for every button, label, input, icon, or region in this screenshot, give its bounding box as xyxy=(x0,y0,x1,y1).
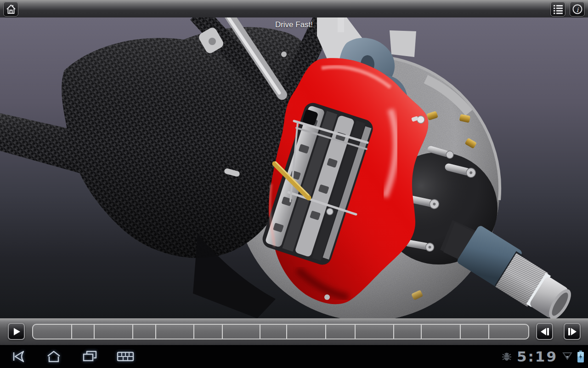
step-forward-button[interactable] xyxy=(564,323,581,340)
info-button[interactable]: i xyxy=(570,1,585,17)
battery-charging-icon xyxy=(577,350,584,363)
adb-debug-icon xyxy=(501,351,512,362)
nav-buttons xyxy=(0,345,143,368)
animation-playback-bar xyxy=(0,318,588,345)
signal-icon xyxy=(562,351,572,362)
step-backward-button[interactable] xyxy=(536,323,553,340)
home-nav-icon xyxy=(45,350,62,363)
top-action-bar: i xyxy=(0,0,588,17)
info-icon: i xyxy=(572,4,583,15)
home-icon xyxy=(6,4,17,15)
status-area: 5:19 xyxy=(501,345,584,368)
step-backward-icon xyxy=(540,327,550,336)
recents-icon xyxy=(81,350,98,363)
model-title-text: Drive Fast! xyxy=(0,20,588,29)
play-icon xyxy=(12,327,21,336)
keyboard-button[interactable] xyxy=(107,345,143,368)
model-viewport[interactable]: Drive Fast! xyxy=(0,17,588,318)
play-button[interactable] xyxy=(8,323,25,340)
android-system-bar: 5:19 xyxy=(0,345,588,368)
keyboard-grid-icon xyxy=(116,350,135,363)
3d-scene-canvas xyxy=(0,17,588,318)
step-forward-icon xyxy=(567,327,577,336)
list-icon xyxy=(553,4,564,15)
timeline-scrubber[interactable] xyxy=(32,324,529,339)
back-icon xyxy=(10,350,26,363)
svg-text:i: i xyxy=(576,6,579,13)
model-list-button[interactable] xyxy=(550,1,565,17)
app-home-button[interactable] xyxy=(3,1,18,17)
back-button[interactable] xyxy=(0,345,36,368)
home-button[interactable] xyxy=(36,345,72,368)
tablet-screen: i xyxy=(0,0,588,368)
recent-apps-button[interactable] xyxy=(72,345,107,368)
clock[interactable]: 5:19 xyxy=(517,345,558,368)
